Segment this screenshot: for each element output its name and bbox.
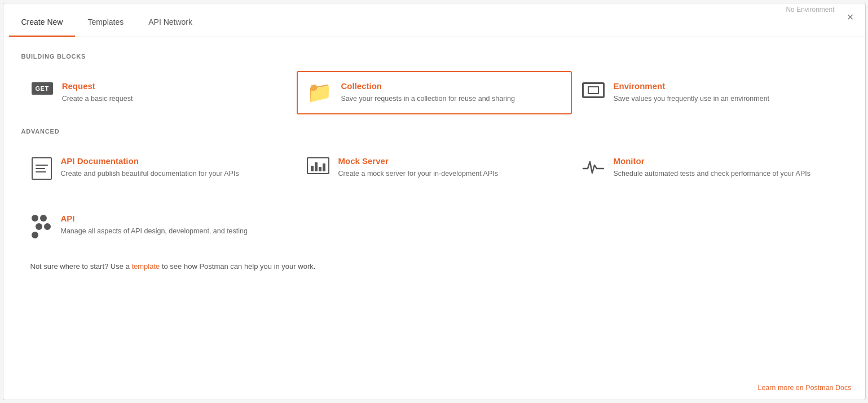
item-environment[interactable]: Environment Save values you frequently u…	[572, 71, 847, 114]
advanced-section: ADVANCED API Documentation Create and pu…	[21, 128, 847, 249]
api-desc: Manage all aspects of API design, develo…	[61, 226, 248, 237]
api-title: API	[61, 214, 248, 223]
advanced-row2: API Manage all aspects of API design, de…	[21, 203, 847, 249]
modal-header: Create New Templates API Network ×	[3, 3, 865, 37]
request-title: Request	[62, 81, 133, 91]
collection-icon: 📁	[307, 82, 332, 103]
building-blocks-section: BUILDING BLOCKS GET Request Create a bas…	[21, 53, 847, 114]
mock-icon-shape	[307, 157, 329, 174]
get-badge: GET	[32, 82, 53, 95]
api-icon-shape	[32, 215, 52, 238]
docs-icon	[32, 157, 52, 180]
building-blocks-title: BUILDING BLOCKS	[21, 53, 847, 60]
api-icon	[32, 215, 52, 238]
template-link[interactable]: template	[131, 262, 160, 271]
item-api-documentation[interactable]: API Documentation Create and publish bea…	[21, 146, 297, 190]
env-icon-shape	[582, 82, 605, 98]
modal-body: BUILDING BLOCKS GET Request Create a bas…	[3, 37, 865, 400]
tab-api-network[interactable]: API Network	[136, 8, 205, 37]
mock-server-desc: Create a mock server for your in-develop…	[338, 169, 498, 179]
monitor-desc: Schedule automated tests and check perfo…	[614, 169, 811, 179]
footer-text-after: to see how Postman can help you in your …	[160, 262, 315, 271]
tab-create-new[interactable]: Create New	[9, 8, 76, 37]
collection-title: Collection	[341, 81, 515, 91]
api-documentation-desc: Create and publish beautiful documentati…	[61, 169, 239, 179]
environment-icon	[582, 82, 605, 98]
docs-icon-shape	[32, 157, 52, 180]
mock-server-title: Mock Server	[338, 156, 498, 166]
item-api[interactable]: API Manage all aspects of API design, de…	[21, 203, 297, 249]
environment-desc: Save values you frequently use in an env…	[614, 94, 770, 104]
collection-desc: Save your requests in a collection for r…	[341, 94, 515, 104]
item-collection[interactable]: 📁 Collection Save your requests in a col…	[297, 71, 572, 114]
close-button[interactable]: ×	[847, 11, 854, 23]
api-documentation-title: API Documentation	[61, 156, 239, 166]
item-monitor[interactable]: Monitor Schedule automated tests and che…	[572, 146, 847, 190]
monitor-icon-svg	[582, 157, 605, 175]
item-request[interactable]: GET Request Create a basic request	[21, 71, 297, 114]
advanced-title: ADVANCED	[21, 128, 847, 135]
footer-text: Not sure where to start? Use a template …	[21, 262, 847, 271]
monitor-title: Monitor	[614, 156, 811, 166]
learn-more-link[interactable]: Learn more on Postman Docs	[757, 384, 851, 392]
item-mock-server[interactable]: Mock Server Create a mock server for you…	[297, 146, 572, 190]
advanced-row: API Documentation Create and publish bea…	[21, 146, 847, 190]
folder-icon: 📁	[307, 82, 332, 103]
environment-title: Environment	[614, 81, 770, 91]
mock-icon	[307, 157, 329, 174]
request-icon: GET	[32, 82, 53, 95]
footer-text-before: Not sure where to start? Use a	[30, 262, 132, 271]
tab-templates[interactable]: Templates	[75, 8, 136, 37]
building-blocks-row: GET Request Create a basic request 📁 Col…	[21, 71, 847, 114]
modal-dialog: No Environment Create New Templates API …	[3, 3, 866, 400]
environment-label: No Environment	[786, 6, 834, 14]
request-desc: Create a basic request	[62, 94, 133, 104]
monitor-icon	[582, 157, 605, 175]
